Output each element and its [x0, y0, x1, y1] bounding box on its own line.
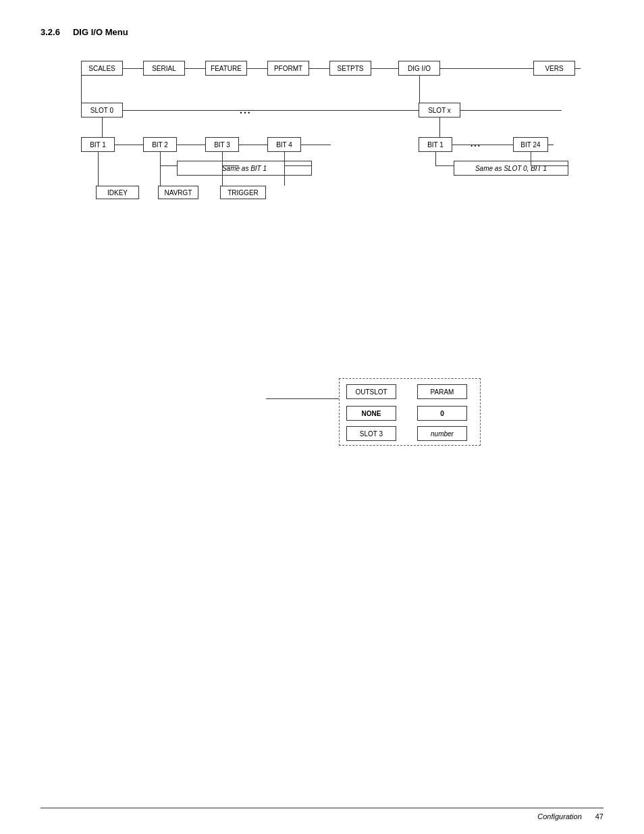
menu-serial: SERIAL [143, 61, 185, 76]
zero-box: 0 [417, 406, 467, 421]
slot0-box: SLOT 0 [81, 103, 123, 118]
footer-page: 47 [595, 812, 603, 820]
outslot-box: OUTSLOT [346, 384, 396, 399]
bit1-box: BIT 1 [81, 137, 115, 152]
bit24-box: BIT 24 [513, 137, 548, 152]
col3-trigger: TRIGGER [220, 186, 266, 199]
section-number: 3.2.6 [41, 27, 60, 37]
menu-feature: FEATURE [205, 61, 247, 76]
bit1-right-box: BIT 1 [419, 137, 452, 152]
menu-vers: VERS [533, 61, 575, 76]
dots-middle: ... [240, 105, 252, 115]
menu-scales: SCALES [81, 61, 123, 76]
section-title: DIG I/O Menu [73, 27, 128, 37]
menu-pformt: PFORMT [267, 61, 309, 76]
note-bit1: Same as BIT 1 [177, 161, 312, 176]
footer-left: Configuration [537, 812, 581, 820]
dots-right: ... [471, 139, 481, 149]
note-slot0-bit1: Same as SLOT 0, BIT 1 [454, 161, 568, 176]
bit3-box: BIT 3 [205, 137, 239, 152]
param-box: PARAM [417, 384, 467, 399]
bit4-box: BIT 4 [267, 137, 301, 152]
menu-digio: DIG I/O [398, 61, 440, 76]
number-box: number [417, 426, 467, 441]
slot3-box: SLOT 3 [346, 426, 396, 441]
footer: Configuration 47 [41, 808, 603, 820]
diagram-area: SCALES SERIAL FEATURE PFORMT SETPTS DIG … [41, 61, 594, 520]
col1-idkey: IDKEY [96, 186, 139, 199]
slotx-box: SLOT x [419, 103, 460, 118]
col2-navrgt: NAVRGT [158, 186, 198, 199]
bit2-box: BIT 2 [143, 137, 177, 152]
none-box: NONE [346, 406, 396, 421]
menu-setpts: SETPTS [329, 61, 371, 76]
